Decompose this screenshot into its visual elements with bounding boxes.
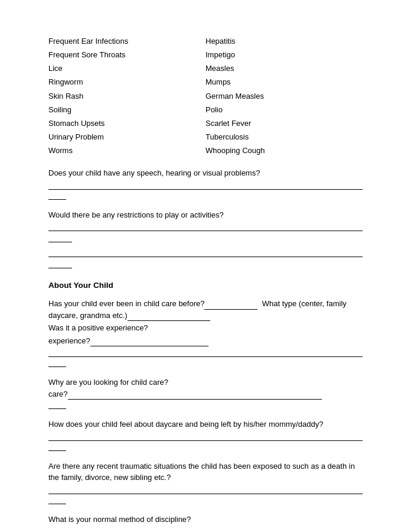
right-condition-item: Whooping Cough (206, 145, 363, 157)
right-condition-item: Measles (206, 63, 363, 74)
right-condition-item: Scarlet Fever (206, 118, 363, 129)
discipline-question-block: What is your normal method of discipline… (48, 514, 363, 532)
left-condition-item: Urinary Problem (48, 131, 206, 143)
conditions-list: Frequent Ear InfectionsFrequent Sore Thr… (48, 35, 363, 157)
looking-question: Why are you looking for child care? care… (48, 377, 363, 400)
left-condition-item: Worms (48, 145, 206, 157)
right-condition-item: Polio (206, 104, 363, 116)
trauma-question-block: Are there any recent traumatic situation… (48, 460, 363, 504)
discipline-question: What is your normal method of discipline… (48, 514, 363, 532)
right-condition-item: German Measles (206, 90, 363, 102)
discipline-blank[interactable] (48, 528, 255, 532)
childcare-question: Has your child ever been in child care b… (48, 298, 363, 321)
childcare-type-blank[interactable] (128, 313, 210, 321)
trauma-question: Are there any recent traumatic situation… (48, 460, 363, 484)
trauma-answer-short[interactable] (48, 496, 66, 504)
left-condition-item: Skin Rash (48, 90, 206, 102)
right-condition-item: Hepatitis (206, 35, 363, 47)
right-condition-item: Impetigo (206, 49, 363, 61)
left-condition-item: Frequent Sore Throats (48, 49, 206, 61)
looking-answer-short[interactable] (48, 401, 66, 409)
restrictions-answer-short2[interactable] (48, 259, 72, 268)
speech-answer-line1[interactable] (48, 180, 363, 190)
restrictions-answer-line2[interactable] (48, 248, 363, 257)
left-condition-item: Frequent Ear Infections (48, 35, 206, 47)
positive-answer-short[interactable] (48, 359, 66, 367)
feel-answer-short[interactable] (48, 443, 66, 451)
right-condition-item: Tuberculosis (206, 131, 363, 143)
right-conditions: HepatitisImpetigoMeaslesMumpsGerman Meas… (206, 35, 363, 157)
restrictions-answer-short1[interactable] (48, 233, 72, 242)
positive-answer-line[interactable] (48, 348, 363, 357)
restrictions-question-block: Would there be any restrictions to play … (48, 209, 363, 272)
trauma-answer-line1[interactable] (48, 485, 363, 494)
positive-blank-line: experience? (48, 335, 363, 347)
left-conditions: Frequent Ear InfectionsFrequent Sore Thr… (48, 35, 206, 157)
right-condition-item: Mumps (206, 76, 363, 88)
childcare-question-block: Has your child ever been in child care b… (48, 298, 363, 367)
left-condition-item: Lice (48, 63, 206, 74)
speech-answer-line2[interactable] (48, 192, 66, 200)
left-condition-item: Ringworm (48, 76, 206, 88)
about-title: About Your Child (48, 281, 363, 290)
feel-question: How does your child feel about daycare a… (48, 419, 363, 430)
speech-question: Does your child have any speech, hearing… (48, 167, 363, 179)
feel-answer-line1[interactable] (48, 432, 363, 441)
left-condition-item: Soiling (48, 104, 206, 116)
looking-blank[interactable] (68, 391, 322, 400)
restrictions-answer-line1[interactable] (48, 222, 363, 231)
speech-question-block: Does your child have any speech, hearing… (48, 167, 363, 200)
looking-question-block: Why are you looking for child care? care… (48, 377, 363, 409)
feel-question-block: How does your child feel about daycare a… (48, 419, 363, 451)
experience-blank[interactable] (90, 338, 208, 346)
positive-question: Was it a positive experience? (48, 322, 363, 334)
childcare-yn-blank[interactable] (204, 301, 257, 310)
left-condition-item: Stomach Upsets (48, 118, 206, 129)
restrictions-question: Would there be any restrictions to play … (48, 209, 363, 221)
